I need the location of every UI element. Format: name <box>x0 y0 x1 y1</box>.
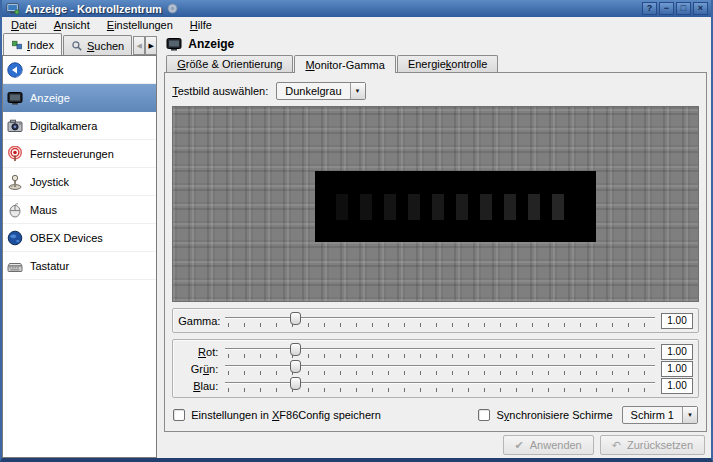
sidebar-item-anzeige[interactable]: Anzeige <box>3 84 156 112</box>
module-list: Zurück Anzeige Digitalkamera Fernsteueru… <box>2 55 157 458</box>
xf86config-checkbox[interactable] <box>173 409 185 421</box>
gamma-slider-row: Gamma: 1.00 <box>178 312 693 329</box>
testbild-selected-value: Dunkelgrau <box>277 83 349 99</box>
back-icon <box>7 62 23 78</box>
rot-label: Rot: <box>178 346 225 358</box>
tab-scroll-right-icon[interactable]: ▶ <box>145 36 157 55</box>
chevron-down-icon[interactable]: ▼ <box>350 83 365 99</box>
window-title: Anzeige - Kontrollzentrum <box>25 3 162 15</box>
rot-slider[interactable] <box>225 343 655 360</box>
sidebar-item-label: Tastatur <box>30 260 69 272</box>
blau-slider-row: Blau: 1.00 <box>178 377 693 394</box>
sidebar-item-joystick[interactable]: Joystick <box>3 168 156 196</box>
blau-slider[interactable] <box>225 377 655 394</box>
gamma-label: Gamma: <box>178 315 225 327</box>
sidebar-item-maus[interactable]: Maus <box>3 196 156 224</box>
menu-datei[interactable]: Datei <box>6 18 45 32</box>
apply-button[interactable]: ✔ Anwenden <box>503 435 594 455</box>
undo-icon: ↶ <box>612 439 621 452</box>
camera-icon <box>7 118 23 134</box>
gamma-value-field[interactable]: 1.00 <box>661 313 693 329</box>
sync-screens-checkbox[interactable] <box>478 409 490 421</box>
gruen-label: Grün: <box>178 363 225 375</box>
reset-button[interactable]: ↶ Zurücksetzen <box>600 435 705 455</box>
tab-scroll-left-icon[interactable]: ◀ <box>133 36 145 55</box>
tab-groesse-orientierung[interactable]: Größe & Orientierung <box>166 55 293 72</box>
keyboard-icon <box>7 258 23 274</box>
menubar: Datei Ansicht Einstellungen Hilfe <box>2 17 711 33</box>
test-bar <box>384 194 396 220</box>
gamma-slider-handle[interactable] <box>290 312 301 325</box>
reset-button-label: Zurücksetzen <box>627 439 693 451</box>
sidebar-item-label: Joystick <box>30 176 69 188</box>
busy-gear-icon <box>166 2 179 15</box>
test-bar <box>480 194 492 220</box>
content-area: Index Suchen ◀ ▶ Zurück Anzeige <box>2 33 711 458</box>
test-bar <box>504 194 516 220</box>
gruen-slider-handle[interactable] <box>290 360 301 373</box>
main-area: Anzeige Größe & Orientierung Monitor-Gam… <box>157 33 711 458</box>
display-icon <box>7 90 23 106</box>
close-button[interactable]: × <box>693 2 708 15</box>
sidebar-item-digitalkamera[interactable]: Digitalkamera <box>3 112 156 140</box>
xf86config-option[interactable]: Einstellungen in XF86Config speichern <box>173 409 381 421</box>
module-header: Anzeige <box>164 33 707 54</box>
tab-scroll-arrows: ◀ ▶ <box>133 36 157 55</box>
sidebar-item-tastatur[interactable]: Tastatur <box>3 252 156 280</box>
menu-hilfe[interactable]: Hilfe <box>185 18 220 32</box>
tab-monitor-gamma[interactable]: Monitor-Gamma <box>294 55 395 73</box>
test-bar <box>432 194 444 220</box>
sidebar: Index Suchen ◀ ▶ Zurück Anzeige <box>2 33 157 458</box>
display-icon <box>166 36 182 52</box>
test-bar <box>528 194 540 220</box>
dark-gray-test-pattern <box>315 171 596 242</box>
titlebar[interactable]: Anzeige - Kontrollzentrum ? − □ × <box>2 0 711 17</box>
test-bar <box>360 194 372 220</box>
gamma-test-image <box>172 106 699 302</box>
tab-suchen-label: Suchen <box>87 40 124 52</box>
page-title: Anzeige <box>188 37 234 51</box>
maximize-button[interactable]: □ <box>676 2 691 15</box>
gruen-slider[interactable] <box>225 360 655 377</box>
menu-ansicht[interactable]: Ansicht <box>49 18 98 32</box>
gruen-value-field[interactable]: 1.00 <box>661 361 693 377</box>
globe-icon <box>7 230 23 246</box>
test-bar <box>456 194 468 220</box>
sidebar-item-label: Fernsteuerungen <box>30 148 114 160</box>
tab-index-label: Index <box>27 39 54 51</box>
chevron-down-icon[interactable]: ▼ <box>682 407 697 423</box>
app-icon <box>5 2 21 16</box>
testbild-combobox[interactable]: Dunkelgrau ▼ <box>276 82 365 100</box>
screen-combobox[interactable]: Schirm 1 ▼ <box>622 406 698 424</box>
gamma-slider[interactable] <box>225 312 655 329</box>
sync-screens-option[interactable]: Synchronisiere Schirme <box>478 409 612 421</box>
tab-label: Monitor-Gamma <box>305 59 384 71</box>
sidebar-item-label: Anzeige <box>30 92 70 104</box>
sidebar-item-zurueck[interactable]: Zurück <box>3 56 156 84</box>
apply-button-label: Anwenden <box>530 439 582 451</box>
index-icon <box>11 39 23 51</box>
gruen-slider-row: Grün: 1.00 <box>178 360 693 377</box>
sidebar-item-fernsteuerungen[interactable]: Fernsteuerungen <box>3 140 156 168</box>
blau-slider-handle[interactable] <box>290 377 301 390</box>
test-bar <box>552 194 564 220</box>
tab-label: Größe & Orientierung <box>177 58 282 70</box>
help-button[interactable]: ? <box>642 2 657 15</box>
tab-energiekontrolle[interactable]: Energiekontrolle <box>397 55 499 72</box>
sidebar-tabbar: Index Suchen ◀ ▶ <box>2 33 157 55</box>
gamma-group: Gamma: 1.00 <box>172 308 699 333</box>
rot-slider-handle[interactable] <box>290 343 301 356</box>
rot-value-field[interactable]: 1.00 <box>661 344 693 360</box>
blau-value-field[interactable]: 1.00 <box>661 378 693 394</box>
tab-label: Energiekontrolle <box>408 58 488 70</box>
search-icon <box>71 40 83 52</box>
menu-einstellungen[interactable]: Einstellungen <box>102 18 181 32</box>
minimize-button[interactable]: − <box>659 2 674 15</box>
sidebar-item-obex-devices[interactable]: OBEX Devices <box>3 224 156 252</box>
tab-suchen[interactable]: Suchen <box>63 35 132 55</box>
joystick-icon <box>7 174 23 190</box>
tab-index[interactable]: Index <box>3 33 62 55</box>
monitor-gamma-panel: Testbild auswählen: Dunkelgrau ▼ <box>164 72 707 432</box>
sidebar-item-label: Zurück <box>30 64 64 76</box>
control-center-window: Anzeige - Kontrollzentrum ? − □ × Datei … <box>0 0 713 462</box>
